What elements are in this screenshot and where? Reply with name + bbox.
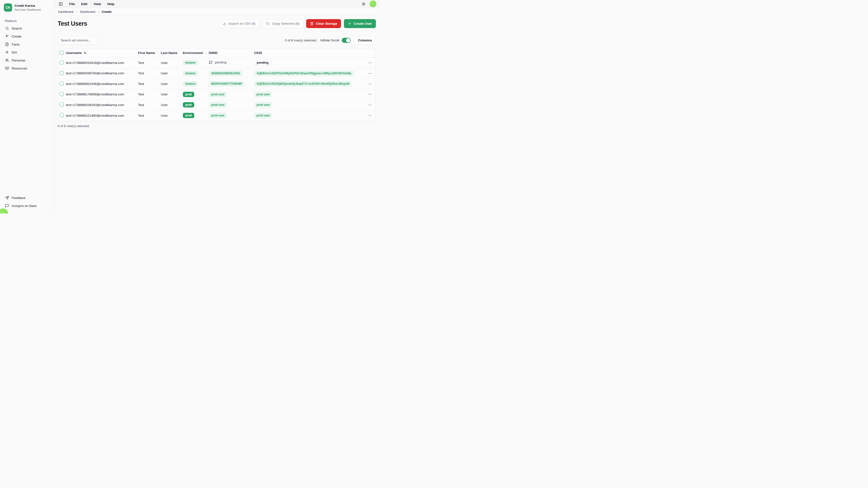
columns-button[interactable]: Columns: [354, 36, 376, 45]
menubar-item[interactable]: Help: [104, 1, 117, 7]
dwid-value[interactable]: 453863535894512051: [209, 70, 243, 76]
sort-icon[interactable]: [83, 51, 87, 55]
row-menu-button[interactable]: [367, 92, 373, 97]
sidebar-footer-item-label: Feedback: [11, 196, 25, 200]
row-menu-button[interactable]: [367, 60, 373, 66]
breadcrumb: DashboardDashboardCreate: [54, 8, 380, 15]
download-icon: [223, 22, 226, 25]
cell-ckid: prod user: [254, 112, 363, 118]
row-menu-button[interactable]: [367, 70, 373, 76]
search-input[interactable]: [58, 36, 97, 45]
row-checkbox[interactable]: [60, 82, 64, 86]
page-title: Test Users: [58, 20, 87, 27]
cell-last-name: User: [161, 103, 183, 107]
page-content: Test Users Export to CSV (0) Copy Select…: [54, 15, 380, 214]
sidebar-item-label: IDX: [11, 51, 17, 54]
sidebar-item[interactable]: Create: [3, 33, 51, 40]
environment-badge: testenv: [183, 71, 198, 76]
cell-dwid: prod user: [209, 92, 254, 97]
dwid-value[interactable]: prod user: [209, 92, 227, 97]
cell-ckid: prod user: [254, 92, 363, 97]
sidebar-item[interactable]: Facts: [3, 41, 51, 48]
infinite-scroll-toggle[interactable]: [342, 38, 351, 43]
ellipsis-icon: [368, 103, 372, 107]
clear-storage-button[interactable]: Clear Storage: [306, 19, 341, 28]
table-row[interactable]: test+1738865533416@creditkarma.com Test …: [58, 58, 376, 68]
column-header-environment: Environment: [183, 51, 209, 55]
ellipsis-icon: [368, 82, 372, 86]
chat-icon: [5, 204, 9, 208]
row-checkbox[interactable]: [60, 60, 64, 64]
cell-first-name: Test: [138, 61, 161, 65]
breadcrumb-item[interactable]: Create: [95, 10, 112, 13]
ckid-value[interactable]: prod user: [254, 102, 272, 108]
sidebar-footer-item[interactable]: Feedback: [3, 194, 51, 201]
table-row[interactable]: test+1738865556784@creditkarma.com Test …: [58, 68, 376, 79]
sidebar-item[interactable]: IDX: [3, 48, 51, 56]
copy-selected-button[interactable]: Copy Selected (0): [262, 19, 303, 28]
export-csv-button[interactable]: Export to CSV (0): [219, 19, 259, 28]
plus-icon: [348, 22, 351, 25]
theme-toggle-button[interactable]: [361, 1, 367, 7]
ckid-pending-badge: pending: [254, 60, 271, 66]
row-checkbox[interactable]: [60, 102, 64, 106]
sidebar-toggle-button[interactable]: [57, 1, 64, 7]
dwid-value[interactable]: prod user: [209, 112, 227, 118]
menubar-right: [361, 0, 376, 7]
menubar-item[interactable]: Edit: [79, 1, 90, 7]
row-checkbox[interactable]: [60, 92, 64, 96]
create-user-button[interactable]: Create User: [344, 19, 376, 28]
sidebar-item[interactable]: Personas: [3, 57, 51, 64]
dwid-value[interactable]: 6629704285777036469: [209, 81, 244, 87]
sidebar-item-label: Personas: [11, 59, 25, 62]
dwid-pending: pending: [209, 61, 226, 64]
menubar: FileEditViewHelp: [54, 0, 380, 8]
toolbar: Export to CSV (0) Copy Selected (0) Clea…: [219, 19, 376, 28]
cell-username: test+1738866178908@creditkarma.com: [66, 93, 138, 96]
table-row[interactable]: test+1738866206343@creditkarma.com Test …: [58, 100, 376, 110]
menubar-item[interactable]: File: [67, 1, 78, 7]
cell-dwid: prod user: [209, 102, 254, 108]
cell-environment: testenv: [183, 81, 209, 87]
cell-username: test+1738865533416@creditkarma.com: [66, 61, 138, 65]
row-menu-button[interactable]: [367, 113, 373, 118]
row-checkbox[interactable]: [60, 113, 64, 117]
document-icon: [5, 42, 9, 46]
table-row[interactable]: test+1738866221480@creditkarma.com Test …: [58, 110, 376, 121]
user-avatar[interactable]: [370, 0, 376, 7]
table-footer-summary: 0 of 6 row(s) selected.: [58, 124, 376, 128]
breadcrumb-item[interactable]: Dashboard: [58, 10, 73, 13]
sidebar-nav: Search Create Facts IDX Personas Resourc…: [3, 25, 51, 73]
column-header-dwid: DWID: [209, 51, 254, 55]
breadcrumb-item[interactable]: Dashboard: [73, 10, 95, 13]
column-header-first-name: First Name: [138, 51, 161, 55]
cell-environment: prod: [183, 113, 209, 118]
sidebar-item[interactable]: Resources: [3, 65, 51, 72]
select-all-checkbox[interactable]: [60, 51, 64, 55]
sparkles-icon: [5, 34, 9, 38]
cell-last-name: User: [161, 114, 183, 118]
ckid-value[interactable]: AQEBAAAAEFP3cKi9KjHAPI3rVDwaAVRgjvwu+0Wf…: [254, 70, 354, 76]
table-row[interactable]: test+1738865652306@creditkarma.com Test …: [58, 79, 376, 89]
table-row[interactable]: test+1738866178908@creditkarma.com Test …: [58, 89, 376, 100]
ckid-value[interactable]: prod user: [254, 112, 272, 118]
send-icon: [5, 196, 9, 200]
brand-logo: CK: [4, 3, 12, 11]
ckid-value[interactable]: AQEBAAAAEOlQ83QmwSqlJbquF7z+vlJlCWt+9mn0…: [254, 81, 352, 87]
row-menu-button[interactable]: [367, 102, 373, 108]
cell-ckid: prod user: [254, 102, 363, 108]
menubar-item[interactable]: View: [91, 1, 104, 7]
row-checkbox[interactable]: [60, 71, 64, 75]
brand: CK Credit Karma Test User Dashboard: [4, 3, 50, 11]
dwid-value[interactable]: prod user: [209, 102, 227, 108]
ckid-value[interactable]: prod user: [254, 92, 272, 97]
cell-last-name: User: [161, 71, 183, 75]
cell-first-name: Test: [138, 114, 161, 118]
environment-badge: prod: [183, 92, 194, 97]
row-menu-button[interactable]: [367, 81, 373, 87]
table-header-row: Username First Name Last Name Environmen…: [58, 48, 376, 58]
sidebar-item[interactable]: Search: [3, 25, 51, 32]
panel-icon: [59, 2, 63, 6]
sidebar-footer-item[interactable]: #conjure on Slack: [3, 202, 51, 209]
table-controls: 0 of 6 row(s) selected. Infinite Scroll …: [58, 36, 376, 45]
